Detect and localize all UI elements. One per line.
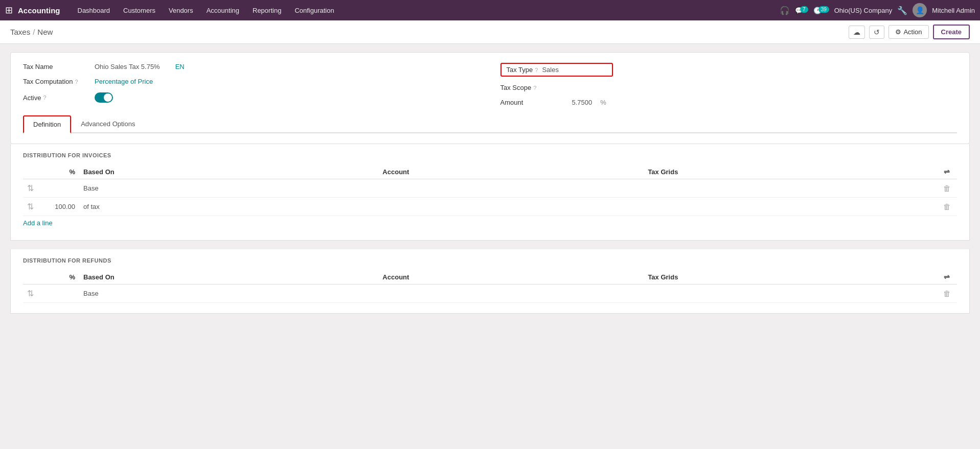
active-label: Active ? [23, 94, 89, 102]
invoices-section-title: DISTRIBUTION FOR INVOICES [23, 152, 957, 158]
gear-icon: ⚙ [895, 28, 901, 36]
app-brand[interactable]: Accounting [18, 6, 60, 15]
nav-vendors[interactable]: Vendors [163, 5, 199, 16]
invoices-row2-account[interactable] [378, 198, 644, 216]
activity-icon[interactable]: 🕐39 [813, 7, 829, 14]
tax-name-label: Tax Name [23, 63, 89, 70]
tax-scope-label: Tax Scope ? [500, 84, 567, 91]
subheader: Taxes / New ☁ ↺ ⚙ Action Create [0, 20, 980, 44]
top-navigation: ⊞ Accounting Dashboard Customers Vendors… [0, 0, 980, 20]
add-line-invoices-button[interactable]: Add a line [23, 216, 53, 230]
invoices-table: % Based On Account Tax Grids ⇌ ⇅ Base 🗑 [23, 164, 957, 216]
breadcrumb-parent[interactable]: Taxes [10, 28, 30, 36]
amount-unit: % [600, 99, 606, 106]
refunds-col-tax-grids: Tax Grids [644, 270, 937, 285]
tax-computation-value[interactable]: Percentage of Price [95, 78, 153, 85]
refunds-col-based-on: Based On [79, 270, 378, 285]
tax-type-field: Tax Type ? Sales [500, 63, 958, 77]
refunds-columns-settings-icon[interactable]: ⇌ [944, 273, 950, 281]
refunds-col-pct: % [38, 270, 79, 285]
settings-icon[interactable]: 🔧 [897, 6, 907, 15]
action-button[interactable]: ⚙ Action [888, 25, 928, 39]
tax-scope-help: ? [533, 85, 536, 91]
breadcrumb-separator: / [33, 28, 35, 36]
delete-refund-row1-icon[interactable]: 🗑 [943, 289, 951, 298]
topnav-right: 🎧 💬7 🕐39 Ohio(US) Company 🔧 👤 Mitchell A… [780, 3, 975, 17]
nav-accounting[interactable]: Accounting [200, 5, 245, 16]
invoices-row2-pct: 100.00 [38, 198, 79, 216]
columns-settings-icon[interactable]: ⇌ [944, 168, 950, 176]
tax-name-value[interactable]: Ohio Sales Tax 5.75% [95, 63, 160, 70]
refunds-col-account: Account [378, 270, 644, 285]
tax-type-value[interactable]: Sales [542, 66, 559, 74]
action-label: Action [903, 28, 922, 36]
invoices-section: DISTRIBUTION FOR INVOICES % Based On Acc… [10, 144, 970, 241]
company-name[interactable]: Ohio(US) Company [834, 7, 892, 14]
drag-handle-icon[interactable]: ⇅ [27, 202, 34, 211]
invoices-col-account: Account [378, 164, 644, 179]
tab-advanced-options[interactable]: Advanced Options [71, 115, 145, 133]
invoices-row2-based-on: of tax [79, 198, 378, 216]
breadcrumb-current: New [37, 28, 53, 36]
tax-computation-field: Tax Computation ? Percentage of Price [23, 78, 480, 85]
amount-label: Amount [500, 99, 567, 106]
breadcrumb: Taxes / New [10, 28, 53, 36]
invoices-row1-account[interactable] [378, 179, 644, 198]
delete-row2-icon[interactable]: 🗑 [943, 202, 951, 211]
cloud-save-button[interactable]: ☁ [849, 26, 865, 39]
tax-type-label: Tax Type ? [507, 66, 538, 74]
user-avatar[interactable]: 👤 [913, 3, 927, 17]
lang-button[interactable]: EN [175, 63, 185, 70]
form-left-col: Tax Name Ohio Sales Tax 5.75% EN Tax Com… [23, 63, 480, 103]
active-field: Active ? [23, 92, 480, 103]
delete-row1-icon[interactable]: 🗑 [943, 184, 951, 193]
main-content: Tax Name Ohio Sales Tax 5.75% EN Tax Com… [0, 44, 980, 322]
form-right-col: Tax Type ? Sales Tax Scope ? [500, 63, 958, 106]
invoices-col-based-on: Based On [79, 164, 378, 179]
refunds-row1-pct [38, 285, 79, 303]
subheader-actions: ☁ ↺ ⚙ Action Create [849, 25, 970, 39]
create-button[interactable]: Create [933, 25, 970, 39]
invoices-row1-tax-grids[interactable] [644, 179, 937, 198]
table-row: ⇅ Base 🗑 [23, 285, 957, 303]
nav-reporting[interactable]: Reporting [246, 5, 287, 16]
nav-dashboard[interactable]: Dashboard [72, 5, 117, 16]
drag-handle-icon[interactable]: ⇅ [27, 184, 34, 193]
invoices-col-pct: % [38, 164, 79, 179]
drag-handle-icon[interactable]: ⇅ [27, 289, 34, 298]
refunds-row1-based-on: Base [79, 285, 378, 303]
refresh-button[interactable]: ↺ [869, 26, 884, 39]
amount-field: Amount 5.7500 % [500, 99, 958, 106]
messaging-icon[interactable]: 💬7 [795, 7, 808, 14]
refunds-section: DISTRIBUTION FOR REFUNDS % Based On Acco… [10, 249, 970, 314]
tax-type-box[interactable]: Tax Type ? Sales [500, 63, 613, 77]
active-toggle[interactable] [95, 92, 113, 103]
refunds-section-title: DISTRIBUTION FOR REFUNDS [23, 257, 957, 264]
apps-menu-icon[interactable]: ⊞ [5, 5, 13, 16]
nav-customers[interactable]: Customers [117, 5, 162, 16]
tax-type-help: ? [535, 67, 538, 73]
tax-computation-help: ? [75, 79, 78, 85]
table-row: ⇅ Base 🗑 [23, 179, 957, 198]
invoices-col-tax-grids: Tax Grids [644, 164, 937, 179]
amount-value[interactable]: 5.7500 [572, 99, 592, 106]
nav-configuration[interactable]: Configuration [288, 5, 340, 16]
form-fields-row: Tax Name Ohio Sales Tax 5.75% EN Tax Com… [23, 63, 957, 106]
invoices-row2-tax-grids[interactable] [644, 198, 937, 216]
support-icon[interactable]: 🎧 [780, 6, 790, 15]
tabs: Definition Advanced Options [23, 115, 957, 133]
refunds-row1-account[interactable] [378, 285, 644, 303]
user-name: Mitchell Admin [932, 7, 975, 14]
table-row: ⇅ 100.00 of tax 🗑 [23, 198, 957, 216]
tab-definition[interactable]: Definition [23, 115, 71, 133]
invoices-row1-based-on: Base [79, 179, 378, 198]
refunds-table: % Based On Account Tax Grids ⇌ ⇅ Base 🗑 [23, 270, 957, 303]
invoices-row1-pct [38, 179, 79, 198]
nav-menu: Dashboard Customers Vendors Accounting R… [72, 5, 777, 16]
form-card: Tax Name Ohio Sales Tax 5.75% EN Tax Com… [10, 52, 970, 144]
refunds-row1-tax-grids[interactable] [644, 285, 937, 303]
active-help: ? [43, 94, 46, 101]
tax-scope-field: Tax Scope ? [500, 84, 958, 91]
tax-computation-label: Tax Computation ? [23, 78, 89, 85]
tax-name-field: Tax Name Ohio Sales Tax 5.75% EN [23, 63, 480, 70]
